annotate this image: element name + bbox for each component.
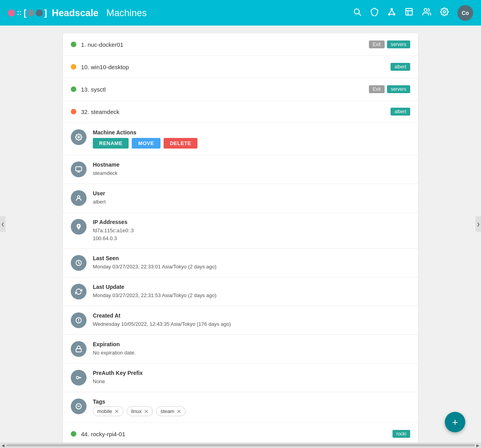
action-buttons: RENAME MOVE DELETE bbox=[93, 138, 410, 149]
machine-row[interactable]: 13. sysctl Exit servers bbox=[63, 78, 418, 101]
detail-section-created: Created At Wednesday 10/05/2022, 12:43:3… bbox=[63, 306, 418, 335]
detail-section-preauth: PreAuth Key Prefix None bbox=[63, 364, 418, 392]
last-update-content: Last Update Monday 03/27/2023, 22:31:53 … bbox=[93, 284, 410, 299]
machine-tags: albert bbox=[391, 108, 410, 116]
svg-line-5 bbox=[389, 10, 392, 13]
machine-row[interactable]: 10. win10-desktop albert bbox=[63, 56, 418, 78]
app-title: Headscale bbox=[52, 7, 99, 18]
status-indicator bbox=[71, 86, 76, 92]
layout-icon[interactable] bbox=[405, 7, 413, 18]
ip-label: IP Addresses bbox=[93, 219, 410, 225]
machine-name: 32. steamdeck bbox=[81, 108, 120, 115]
user-icon bbox=[71, 190, 87, 206]
status-indicator bbox=[71, 42, 76, 47]
expiration-icon bbox=[71, 341, 87, 357]
scroll-right-arrow[interactable]: ❯ bbox=[475, 216, 481, 232]
machine-tags: Exit servers bbox=[369, 40, 410, 48]
preauth-label: PreAuth Key Prefix bbox=[93, 370, 410, 376]
preauth-icon bbox=[71, 370, 87, 386]
created-icon bbox=[71, 312, 87, 328]
machine-row-left: 44. rocky-rpi4-01 bbox=[71, 431, 125, 437]
machine-row-left: 1. nuc-docker01 bbox=[71, 41, 123, 48]
machine-tags: rocki bbox=[393, 430, 410, 438]
scroll-left-arrow[interactable]: ❮ bbox=[0, 216, 6, 232]
scroll-right-btn[interactable]: ▶ bbox=[475, 443, 481, 448]
tag-chip-label: linux bbox=[131, 408, 142, 414]
actions-content: Machine Actions RENAME MOVE DELETE bbox=[93, 129, 410, 149]
search-icon[interactable] bbox=[353, 7, 361, 18]
machine-row-partial[interactable]: 44. rocky-rpi4-01 rocki bbox=[63, 422, 418, 445]
status-indicator bbox=[71, 64, 76, 70]
tag-chip-label: mobile bbox=[97, 408, 112, 414]
machine-row-left: 13. sysctl bbox=[71, 86, 106, 93]
ip-value1: fd7a:115c:a1e0::3 bbox=[93, 227, 410, 235]
horizontal-scrollbar: ◀ ▶ bbox=[0, 442, 481, 448]
shield-icon[interactable] bbox=[370, 7, 379, 18]
svg-point-11 bbox=[424, 9, 427, 11]
tag-chip-linux: linux ✕ bbox=[127, 406, 153, 416]
detail-section-user: User albert bbox=[63, 184, 418, 213]
machine-tags: albert bbox=[391, 63, 410, 71]
machine-row[interactable]: 32. steamdeck albert bbox=[63, 101, 418, 123]
svg-rect-8 bbox=[406, 9, 413, 15]
tag-chip-remove[interactable]: ✕ bbox=[177, 409, 181, 414]
ip-icon bbox=[71, 219, 87, 235]
svg-point-13 bbox=[78, 136, 80, 138]
tag-servers[interactable]: servers bbox=[387, 40, 410, 48]
tag-chip-remove[interactable]: ✕ bbox=[144, 409, 149, 414]
delete-button[interactable]: DELETE bbox=[164, 138, 197, 149]
app-subtitle: Machines bbox=[106, 7, 147, 18]
tag-chip-remove[interactable]: ✕ bbox=[114, 409, 119, 414]
tags-content: Tags mobile ✕ linux ✕ steam ✕ bbox=[93, 398, 410, 416]
last-seen-value: Monday 03/27/2023, 22:33:01 Asia/Tokyo (… bbox=[93, 263, 410, 271]
logo-bracket-left: [ bbox=[24, 8, 26, 18]
tag-exit[interactable]: Exit bbox=[369, 40, 385, 48]
detail-section-last-update: Last Update Monday 03/27/2023, 22:31:53 … bbox=[63, 277, 418, 306]
tag-servers[interactable]: servers bbox=[387, 85, 410, 93]
machine-name: 44. rocky-rpi4-01 bbox=[81, 431, 125, 437]
svg-point-12 bbox=[443, 11, 446, 13]
user-label: User bbox=[93, 190, 410, 196]
logo-dot-pink bbox=[8, 9, 15, 17]
actions-icon bbox=[71, 129, 87, 145]
machine-row[interactable]: 1. nuc-docker01 Exit servers bbox=[63, 33, 418, 56]
network-icon[interactable] bbox=[387, 7, 396, 18]
user-avatar[interactable]: Co bbox=[457, 5, 473, 21]
gear-icon[interactable] bbox=[440, 7, 449, 18]
last-seen-content: Last Seen Monday 03/27/2023, 22:33:01 As… bbox=[93, 255, 410, 271]
rename-button[interactable]: RENAME bbox=[93, 138, 129, 149]
machine-list: 1. nuc-docker01 Exit servers 10. win10-d… bbox=[63, 33, 418, 445]
app-header: :: [ ] Headscale Machines bbox=[0, 0, 481, 26]
last-seen-icon bbox=[71, 255, 87, 271]
tag-exit[interactable]: Exit bbox=[369, 85, 385, 93]
tag-rocki[interactable]: rocki bbox=[393, 430, 410, 438]
scroll-left-btn[interactable]: ◀ bbox=[0, 443, 6, 448]
logo-dot-gray1 bbox=[28, 9, 35, 17]
user-value: albert bbox=[93, 198, 410, 206]
last-update-icon bbox=[71, 284, 87, 299]
machine-tags: Exit servers bbox=[369, 85, 410, 93]
detail-section-expiration: Expiration No expiration date. bbox=[63, 335, 418, 364]
machine-detail: Machine Actions RENAME MOVE DELETE Host bbox=[63, 123, 418, 422]
fab-add-button[interactable]: + bbox=[445, 412, 465, 432]
machine-row-left: 32. steamdeck bbox=[71, 108, 120, 115]
machine-name: 13. sysctl bbox=[81, 86, 106, 93]
users-icon[interactable] bbox=[422, 7, 431, 18]
logo-bracket-right: ] bbox=[44, 8, 47, 18]
preauth-content: PreAuth Key Prefix None bbox=[93, 370, 410, 386]
last-seen-label: Last Seen bbox=[93, 255, 410, 261]
tags-icon bbox=[71, 398, 87, 414]
tag-chip-label: steam bbox=[160, 408, 174, 414]
tags-label: Tags bbox=[93, 398, 410, 405]
hostname-value: steamdeck bbox=[93, 169, 410, 177]
expiration-label: Expiration bbox=[93, 341, 410, 347]
logo-separator: :: bbox=[17, 9, 22, 17]
scroll-track bbox=[6, 444, 475, 446]
svg-rect-22 bbox=[76, 349, 81, 352]
move-button[interactable]: MOVE bbox=[132, 138, 160, 149]
last-update-label: Last Update bbox=[93, 284, 410, 290]
detail-section-actions: Machine Actions RENAME MOVE DELETE bbox=[63, 123, 418, 155]
logo-dot-gray2 bbox=[36, 9, 43, 17]
tag-albert[interactable]: albert bbox=[391, 63, 410, 71]
tag-albert[interactable]: albert bbox=[391, 108, 410, 116]
